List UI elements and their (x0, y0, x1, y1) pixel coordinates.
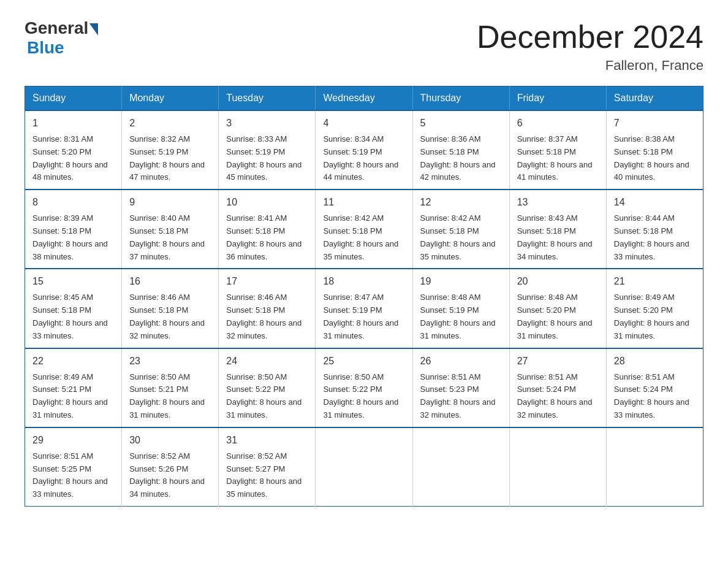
calendar-day-cell: 19Sunrise: 8:48 AMSunset: 5:19 PMDayligh… (412, 269, 509, 348)
day-number: 3 (226, 116, 308, 131)
logo-blue-text: Blue (27, 38, 64, 57)
calendar-week-row: 22Sunrise: 8:49 AMSunset: 5:21 PMDayligh… (25, 348, 703, 427)
day-info: Sunrise: 8:51 AMSunset: 5:24 PMDaylight:… (517, 371, 599, 422)
day-info: Sunrise: 8:42 AMSunset: 5:18 PMDaylight:… (420, 212, 502, 263)
day-number: 10 (226, 195, 308, 210)
calendar-day-cell: 23Sunrise: 8:50 AMSunset: 5:21 PMDayligh… (122, 348, 219, 427)
day-info: Sunrise: 8:45 AMSunset: 5:18 PMDaylight:… (32, 291, 114, 342)
day-info: Sunrise: 8:42 AMSunset: 5:18 PMDaylight:… (323, 212, 404, 263)
weekday-header: Saturday (606, 86, 703, 111)
day-info: Sunrise: 8:46 AMSunset: 5:18 PMDaylight:… (129, 291, 211, 342)
day-number: 13 (517, 195, 599, 210)
calendar-day-cell: 1Sunrise: 8:31 AMSunset: 5:20 PMDaylight… (25, 110, 122, 190)
calendar-day-cell: 28Sunrise: 8:51 AMSunset: 5:24 PMDayligh… (606, 348, 703, 427)
calendar-day-cell: 30Sunrise: 8:52 AMSunset: 5:26 PMDayligh… (122, 427, 219, 507)
day-info: Sunrise: 8:37 AMSunset: 5:18 PMDaylight:… (517, 133, 599, 184)
day-info: Sunrise: 8:36 AMSunset: 5:18 PMDaylight:… (420, 133, 502, 184)
calendar-day-cell: 24Sunrise: 8:50 AMSunset: 5:22 PMDayligh… (219, 348, 316, 427)
calendar-day-cell: 4Sunrise: 8:34 AMSunset: 5:19 PMDaylight… (316, 110, 412, 190)
day-number: 4 (323, 116, 404, 131)
day-number: 21 (614, 274, 696, 289)
month-title: December 2024 (477, 18, 703, 55)
day-number: 17 (226, 274, 308, 289)
day-number: 15 (32, 274, 114, 289)
day-number: 26 (420, 354, 502, 369)
day-info: Sunrise: 8:51 AMSunset: 5:23 PMDaylight:… (420, 371, 502, 422)
calendar-day-cell: 17Sunrise: 8:46 AMSunset: 5:18 PMDayligh… (219, 269, 316, 348)
day-number: 6 (517, 116, 599, 131)
calendar-day-cell: 20Sunrise: 8:48 AMSunset: 5:20 PMDayligh… (509, 269, 606, 348)
page-header: General Blue December 2024 Falleron, Fra… (25, 18, 703, 74)
day-number: 20 (517, 274, 599, 289)
title-section: December 2024 Falleron, France (477, 18, 703, 74)
day-info: Sunrise: 8:48 AMSunset: 5:19 PMDaylight:… (420, 291, 502, 342)
logo: General Blue (25, 18, 98, 58)
calendar-day-cell: 26Sunrise: 8:51 AMSunset: 5:23 PMDayligh… (412, 348, 509, 427)
day-number: 27 (517, 354, 599, 369)
day-info: Sunrise: 8:49 AMSunset: 5:21 PMDaylight:… (32, 371, 114, 422)
day-info: Sunrise: 8:49 AMSunset: 5:20 PMDaylight:… (614, 291, 696, 342)
calendar-table: SundayMondayTuesdayWednesdayThursdayFrid… (25, 86, 703, 507)
weekday-header: Tuesday (219, 86, 316, 111)
day-number: 25 (323, 354, 404, 369)
weekday-header: Sunday (25, 86, 122, 111)
day-info: Sunrise: 8:50 AMSunset: 5:22 PMDaylight:… (323, 371, 404, 422)
calendar-day-cell: 18Sunrise: 8:47 AMSunset: 5:19 PMDayligh… (316, 269, 412, 348)
day-info: Sunrise: 8:50 AMSunset: 5:21 PMDaylight:… (129, 371, 211, 422)
day-number: 12 (420, 195, 502, 210)
day-number: 29 (32, 433, 114, 448)
calendar-day-cell: 16Sunrise: 8:46 AMSunset: 5:18 PMDayligh… (122, 269, 219, 348)
weekday-header: Friday (509, 86, 606, 111)
calendar-day-cell: 25Sunrise: 8:50 AMSunset: 5:22 PMDayligh… (316, 348, 412, 427)
day-info: Sunrise: 8:40 AMSunset: 5:18 PMDaylight:… (129, 212, 211, 263)
calendar-day-cell: 29Sunrise: 8:51 AMSunset: 5:25 PMDayligh… (25, 427, 122, 507)
calendar-day-cell: 7Sunrise: 8:38 AMSunset: 5:18 PMDaylight… (606, 110, 703, 190)
day-number: 9 (129, 195, 211, 210)
calendar-day-cell: 10Sunrise: 8:41 AMSunset: 5:18 PMDayligh… (219, 190, 316, 269)
day-info: Sunrise: 8:31 AMSunset: 5:20 PMDaylight:… (32, 133, 114, 184)
calendar-day-cell: 27Sunrise: 8:51 AMSunset: 5:24 PMDayligh… (509, 348, 606, 427)
day-number: 7 (614, 116, 696, 131)
day-number: 14 (614, 195, 696, 210)
day-number: 2 (129, 116, 211, 131)
calendar-day-cell: 13Sunrise: 8:43 AMSunset: 5:18 PMDayligh… (509, 190, 606, 269)
day-info: Sunrise: 8:47 AMSunset: 5:19 PMDaylight:… (323, 291, 404, 342)
calendar-day-cell: 12Sunrise: 8:42 AMSunset: 5:18 PMDayligh… (412, 190, 509, 269)
calendar-day-cell: 5Sunrise: 8:36 AMSunset: 5:18 PMDaylight… (412, 110, 509, 190)
weekday-header: Thursday (412, 86, 509, 111)
weekday-header-row: SundayMondayTuesdayWednesdayThursdayFrid… (25, 86, 703, 111)
day-info: Sunrise: 8:38 AMSunset: 5:18 PMDaylight:… (614, 133, 696, 184)
day-info: Sunrise: 8:39 AMSunset: 5:18 PMDaylight:… (32, 212, 114, 263)
calendar-day-cell: 2Sunrise: 8:32 AMSunset: 5:19 PMDaylight… (122, 110, 219, 190)
calendar-day-cell: 9Sunrise: 8:40 AMSunset: 5:18 PMDaylight… (122, 190, 219, 269)
calendar-week-row: 8Sunrise: 8:39 AMSunset: 5:18 PMDaylight… (25, 190, 703, 269)
day-number: 8 (32, 195, 114, 210)
day-number: 5 (420, 116, 502, 131)
day-number: 22 (32, 354, 114, 369)
logo-general-text: General (25, 18, 88, 38)
location-text: Falleron, France (477, 58, 703, 74)
day-info: Sunrise: 8:32 AMSunset: 5:19 PMDaylight:… (129, 133, 211, 184)
day-info: Sunrise: 8:50 AMSunset: 5:22 PMDaylight:… (226, 371, 308, 422)
weekday-header: Wednesday (316, 86, 412, 111)
calendar-day-cell: 6Sunrise: 8:37 AMSunset: 5:18 PMDaylight… (509, 110, 606, 190)
day-number: 24 (226, 354, 308, 369)
day-number: 11 (323, 195, 404, 210)
calendar-day-cell: 8Sunrise: 8:39 AMSunset: 5:18 PMDaylight… (25, 190, 122, 269)
calendar-day-cell: 15Sunrise: 8:45 AMSunset: 5:18 PMDayligh… (25, 269, 122, 348)
calendar-day-cell: 14Sunrise: 8:44 AMSunset: 5:18 PMDayligh… (606, 190, 703, 269)
day-number: 23 (129, 354, 211, 369)
calendar-day-cell (412, 427, 509, 507)
day-info: Sunrise: 8:52 AMSunset: 5:27 PMDaylight:… (226, 450, 308, 501)
calendar-week-row: 29Sunrise: 8:51 AMSunset: 5:25 PMDayligh… (25, 427, 703, 507)
logo-arrow-icon (89, 23, 98, 36)
calendar-day-cell: 31Sunrise: 8:52 AMSunset: 5:27 PMDayligh… (219, 427, 316, 507)
day-number: 19 (420, 274, 502, 289)
day-info: Sunrise: 8:52 AMSunset: 5:26 PMDaylight:… (129, 450, 211, 501)
calendar-day-cell: 22Sunrise: 8:49 AMSunset: 5:21 PMDayligh… (25, 348, 122, 427)
day-info: Sunrise: 8:48 AMSunset: 5:20 PMDaylight:… (517, 291, 599, 342)
day-info: Sunrise: 8:51 AMSunset: 5:25 PMDaylight:… (32, 450, 114, 501)
calendar-day-cell (509, 427, 606, 507)
day-number: 1 (32, 116, 114, 131)
calendar-day-cell (316, 427, 412, 507)
